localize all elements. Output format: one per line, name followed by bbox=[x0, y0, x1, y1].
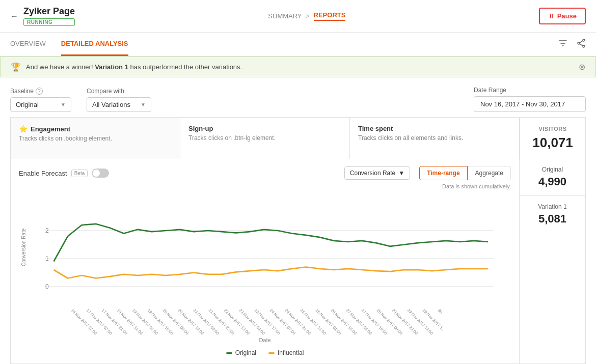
pause-label: Pause bbox=[557, 12, 577, 20]
goal-tab-engagement-name: ⭐ Engagement bbox=[19, 125, 172, 133]
compare-label: Compare with bbox=[87, 88, 151, 95]
goal-tab-engagement[interactable]: ⭐ Engagement Tracks clicks on .booking e… bbox=[10, 117, 180, 159]
aggregate-button[interactable]: Aggregate bbox=[468, 166, 511, 180]
svg-text:21 Nov 2017 23:00: 21 Nov 2017 23:00 bbox=[208, 308, 236, 336]
compare-select[interactable]: All Variations ▼ bbox=[87, 97, 151, 112]
svg-text:27 Nov 2017 19:00: 27 Nov 2017 19:00 bbox=[361, 308, 389, 336]
x-axis-title: Date bbox=[19, 337, 511, 343]
cumulative-note: Data is shown cumulatively. bbox=[19, 183, 511, 189]
svg-text:19 Nov 2017 01:00: 19 Nov 2017 01:00 bbox=[131, 308, 159, 336]
pause-icon: ⏸ bbox=[548, 13, 554, 20]
goal-tabs-row: ⭐ Engagement Tracks clicks on .booking e… bbox=[10, 117, 586, 159]
baseline-help-icon[interactable]: ? bbox=[36, 88, 43, 95]
controls-bar: Baseline ? Original ▼ Compare with All V… bbox=[0, 77, 596, 117]
compare-select-arrow: ▼ bbox=[141, 102, 146, 107]
running-badge: RUNNING bbox=[23, 18, 75, 26]
compare-control: Compare with All Variations ▼ bbox=[87, 88, 151, 112]
share-button[interactable] bbox=[577, 39, 586, 50]
nav-reports[interactable]: REPORTS bbox=[314, 11, 346, 21]
back-button[interactable]: ← bbox=[10, 12, 18, 21]
chart-btn-group: Time-range Aggregate bbox=[419, 166, 511, 180]
filter-button[interactable] bbox=[558, 39, 567, 50]
goal-tab-timespent-desc: Tracks clicks on all elements and links. bbox=[358, 134, 511, 142]
chart-main-area: Enable Forecast Beta Conversion Rate ▼ T… bbox=[11, 159, 519, 363]
svg-text:24 Nov 2017 07:00: 24 Nov 2017 07:00 bbox=[269, 308, 297, 336]
svg-text:28 Nov 2017 23:00: 28 Nov 2017 23:00 bbox=[391, 308, 419, 336]
main-content: ⭐ Engagement Tracks clicks on .booking e… bbox=[0, 117, 596, 364]
tabs-left: OVERVIEW DETAILED ANALYSIS bbox=[10, 33, 128, 56]
chart-panel: Enable Forecast Beta Conversion Rate ▼ T… bbox=[10, 159, 586, 364]
metric-dropdown[interactable]: Conversion Rate ▼ bbox=[344, 166, 410, 180]
goal-tabs: ⭐ Engagement Tracks clicks on .booking e… bbox=[10, 117, 520, 159]
baseline-control: Baseline ? Original ▼ bbox=[10, 88, 71, 112]
goal-tab-signup-name: Sign-up bbox=[188, 125, 341, 132]
pause-button[interactable]: ⏸ Pause bbox=[539, 8, 586, 24]
svg-line-4 bbox=[580, 44, 583, 46]
page-title-area: Zylker Page RUNNING bbox=[23, 6, 75, 26]
page-title: Zylker Page bbox=[23, 6, 75, 17]
svg-text:29 Nov 2017 13:00: 29 Nov 2017 13:00 bbox=[407, 308, 435, 336]
goal-tab-signup-desc: Tracks clicks on .btn-lg element. bbox=[188, 134, 341, 142]
beta-badge: Beta bbox=[71, 170, 88, 177]
svg-text:26 Nov 2017 15:00: 26 Nov 2017 15:00 bbox=[330, 308, 358, 336]
chart-btn-area: Conversion Rate ▼ Time-range Aggregate bbox=[344, 166, 511, 180]
svg-text:23 Nov 2017 03:00: 23 Nov 2017 03:00 bbox=[238, 308, 266, 336]
close-banner-button[interactable]: ⊗ bbox=[579, 62, 585, 72]
date-range-input[interactable] bbox=[474, 96, 586, 112]
svg-text:0: 0 bbox=[45, 283, 49, 290]
chart-side-stats: Original 4,990 Variation 1 5,081 bbox=[519, 159, 585, 363]
enable-forecast-control: Enable Forecast Beta bbox=[19, 169, 109, 178]
date-range-label: Date Range bbox=[474, 87, 586, 94]
svg-point-0 bbox=[583, 39, 585, 41]
svg-text:1: 1 bbox=[45, 255, 49, 262]
tab-overview[interactable]: OVERVIEW bbox=[10, 33, 46, 56]
chart-svg-container: Conversion Rate 0 1 2 bbox=[19, 191, 511, 303]
svg-text:30.: 30. bbox=[437, 308, 444, 315]
y-axis-label: Conversion Rate bbox=[19, 191, 28, 303]
header-nav: SUMMARY > REPORTS bbox=[268, 11, 345, 21]
tab-detailed-analysis[interactable]: DETAILED ANALYSIS bbox=[61, 33, 128, 56]
filter-icon bbox=[558, 39, 567, 48]
x-axis-dates: 16 Nov 2017 17:00 17 Nov 2017 07:00 17 N… bbox=[33, 305, 511, 336]
chart-controls-row: Enable Forecast Beta Conversion Rate ▼ T… bbox=[19, 166, 511, 180]
forecast-toggle[interactable] bbox=[92, 169, 109, 178]
x-axis-svg: 16 Nov 2017 17:00 17 Nov 2017 07:00 17 N… bbox=[33, 305, 511, 336]
time-range-button[interactable]: Time-range bbox=[419, 166, 467, 180]
goal-tab-signup[interactable]: Sign-up Tracks clicks on .btn-lg element… bbox=[180, 117, 350, 159]
chart-svg: 0 1 2 bbox=[28, 191, 511, 303]
svg-text:19 Nov 2017 15:00: 19 Nov 2017 15:00 bbox=[147, 308, 175, 336]
legend-original-dot bbox=[226, 352, 232, 354]
tabs-right bbox=[558, 39, 586, 50]
goal-tab-engagement-desc: Tracks clicks on .booking element. bbox=[19, 135, 172, 142]
baseline-select[interactable]: Original ▼ bbox=[10, 97, 71, 112]
trophy-icon: 🏆 bbox=[11, 62, 21, 72]
winner-banner: 🏆 And we have a winner! Variation 1 has … bbox=[0, 57, 596, 77]
header: ← Zylker Page RUNNING SUMMARY > REPORTS … bbox=[0, 0, 596, 33]
metric-dropdown-arrow: ▼ bbox=[398, 170, 404, 177]
svg-point-1 bbox=[583, 45, 585, 47]
svg-text:26 Nov 2017 01:00: 26 Nov 2017 01:00 bbox=[315, 308, 343, 336]
svg-text:27 Nov 2017 05:00: 27 Nov 2017 05:00 bbox=[345, 308, 373, 336]
svg-text:18 Nov 2017 11:00: 18 Nov 2017 11:00 bbox=[116, 308, 144, 336]
svg-text:24 Nov 2017 21:00: 24 Nov 2017 21:00 bbox=[284, 308, 312, 336]
stat-original-value: 4,990 bbox=[520, 175, 585, 188]
visitors-label: VISITORS bbox=[538, 126, 566, 132]
svg-text:16 Nov 2017 17:00: 16 Nov 2017 17:00 bbox=[70, 308, 98, 336]
goal-tab-timespent[interactable]: Time spent Tracks clicks on all elements… bbox=[350, 117, 520, 159]
svg-text:17 Nov 2017 21:00: 17 Nov 2017 21:00 bbox=[101, 308, 129, 336]
nav-arrow: > bbox=[306, 13, 310, 20]
legend-influential-dot bbox=[268, 352, 275, 354]
svg-line-3 bbox=[580, 41, 583, 43]
baseline-select-arrow: ▼ bbox=[61, 102, 66, 107]
star-icon: ⭐ bbox=[19, 125, 28, 133]
visitors-panel: VISITORS 10,071 bbox=[520, 117, 586, 159]
nav-summary[interactable]: SUMMARY bbox=[268, 12, 302, 20]
svg-text:22 Nov 2017 13:00: 22 Nov 2017 13:00 bbox=[223, 308, 251, 336]
legend-influential: Influential bbox=[268, 349, 304, 356]
svg-text:20 Nov 2017 05:00: 20 Nov 2017 05:00 bbox=[162, 308, 190, 336]
svg-text:17 Nov 2017 07:00: 17 Nov 2017 07:00 bbox=[86, 308, 114, 336]
stat-original: Original 4,990 bbox=[520, 159, 585, 195]
visitors-value: 10,071 bbox=[532, 135, 573, 151]
svg-text:20 Nov 2017 19:00: 20 Nov 2017 19:00 bbox=[177, 308, 205, 336]
share-icon bbox=[577, 39, 586, 48]
